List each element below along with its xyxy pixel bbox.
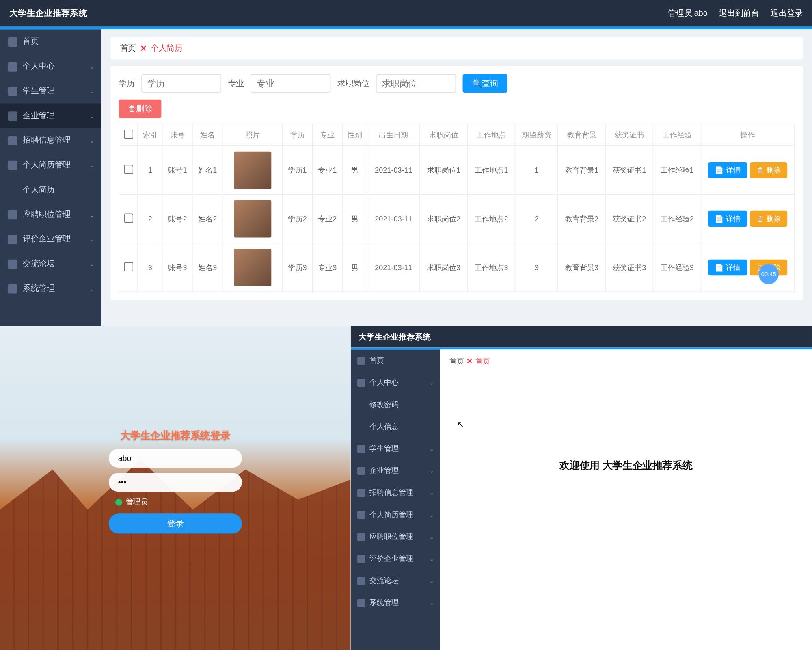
resume-table: 索引账号姓名照片学历专业性别出生日期求职岗位工作地点期望薪资教育背景获奖证书工作… — [119, 124, 795, 292]
table-cell — [222, 195, 283, 243]
search-input-job[interactable] — [376, 74, 456, 93]
table-cell: 男 — [342, 146, 367, 195]
table-cell: 姓名3 — [192, 243, 222, 292]
sidebar-item-label: 个人信息 — [369, 422, 399, 432]
login-title: 大学生企业推荐系统登录 — [109, 430, 242, 442]
table-cell: 📄 详情🗑 删除 — [701, 146, 795, 195]
logout-link[interactable]: 退出登录 — [771, 9, 803, 18]
menu-icon — [357, 357, 365, 365]
chevron-down-icon: ⌄ — [429, 555, 434, 562]
sidebar-item-resume-mgmt[interactable]: 个人简历管理⌄ — [0, 153, 102, 178]
p3-sidebar-item[interactable]: 企业管理⌄ — [351, 459, 440, 481]
search-input-major[interactable] — [251, 74, 330, 93]
sidebar-item-label: 应聘职位管理 — [23, 209, 71, 220]
table-cell: 学历2 — [283, 195, 313, 243]
close-tab-icon[interactable]: ✕ — [140, 44, 147, 53]
chevron-down-icon: ⌄ — [429, 533, 434, 540]
chevron-down-icon: ⌄ — [429, 379, 434, 386]
search-label-major: 专业 — [228, 78, 244, 89]
p3-sidebar-item[interactable]: 首页 — [351, 349, 440, 371]
menu-icon — [357, 511, 365, 519]
sidebar-item-label: 学生管理 — [23, 85, 55, 97]
table-cell: 学历1 — [283, 146, 313, 195]
table-header: 获奖证书 — [606, 124, 653, 146]
sidebar-item-personal[interactable]: 个人中心⌄ — [0, 54, 102, 79]
p3-sidebar-item[interactable]: 交流论坛⌄ — [351, 570, 440, 592]
table-header: 工作地点 — [468, 124, 515, 146]
table-cell: 3 — [138, 243, 163, 292]
table-cell — [119, 243, 138, 292]
select-all-checkbox[interactable] — [124, 130, 133, 139]
sidebar-item-recruit[interactable]: 招聘信息管理⌄ — [0, 128, 102, 153]
row-checkbox[interactable] — [124, 165, 133, 174]
table-cell: 专业3 — [312, 243, 342, 292]
exit-front-link[interactable]: 退出到前台 — [719, 9, 759, 18]
table-header: 照片 — [222, 124, 283, 146]
p3-sidebar-item[interactable]: 招聘信息管理⌄ — [351, 482, 440, 504]
p3-sidebar-item[interactable]: 修改密码 — [351, 394, 440, 416]
menu-icon — [357, 379, 365, 387]
batch-delete-label: 删除 — [136, 103, 152, 115]
p3-sidebar-item[interactable]: 个人简历管理⌄ — [351, 504, 440, 526]
detail-button[interactable]: 📄 详情 — [708, 260, 747, 275]
sidebar-item-company[interactable]: 企业管理⌄ — [0, 104, 102, 128]
login-button[interactable]: 登录 — [109, 514, 242, 534]
p3-main: 首页 ✕ 首页 欢迎使用 大学生企业推荐系统 ↖ — [440, 349, 812, 650]
row-delete-button[interactable]: 🗑 删除 — [750, 162, 787, 178]
admin-link[interactable]: 管理员 abo — [668, 9, 707, 18]
clipboard-icon — [8, 210, 17, 219]
table-cell: 账号1 — [163, 146, 193, 195]
sidebar-item-label: 个人简历 — [23, 184, 55, 195]
sidebar-item-label: 评价企业管理 — [369, 554, 413, 564]
app-title: 大学生企业推荐系统 — [9, 7, 659, 20]
table-cell: 📄 详情🗑 删除 — [701, 195, 795, 243]
table-cell: 工作经验3 — [653, 243, 701, 292]
password-field[interactable] — [109, 473, 242, 492]
search-input-edu[interactable] — [141, 74, 221, 93]
close-tab-icon[interactable]: ✕ — [466, 357, 473, 365]
sidebar-item-label: 修改密码 — [369, 400, 399, 410]
detail-button[interactable]: 📄 详情 — [708, 211, 747, 227]
sidebar-item-label: 招聘信息管理 — [23, 135, 71, 146]
sidebar-item-resume[interactable]: 个人简历 — [0, 178, 102, 202]
table-cell: 2021-03-11 — [367, 195, 420, 243]
content-card: 学历 专业 求职岗位 🔍 查询 🗑 删除 索引账号姓名照片学历专业性别出生日期求… — [111, 66, 803, 300]
sidebar-item-forum[interactable]: 交流论坛⌄ — [0, 251, 102, 276]
table-header: 期望薪资 — [515, 124, 558, 146]
sidebar-item-apply[interactable]: 应聘职位管理⌄ — [0, 202, 102, 227]
table-row: 3账号3姓名3学历3专业3男2021-03-11求职岗位3工作地点33教育背景3… — [119, 243, 794, 292]
table-header: 账号 — [163, 124, 193, 146]
sidebar-item-student[interactable]: 学生管理⌄ — [0, 79, 102, 104]
table-header: 操作 — [701, 124, 795, 146]
photo-thumbnail — [234, 249, 271, 286]
p3-sidebar-item[interactable]: 学生管理⌄ — [351, 438, 440, 459]
table-header: 专业 — [312, 124, 342, 146]
table-cell: 教育背景2 — [558, 195, 605, 243]
p3-sidebar-item[interactable]: 评价企业管理⌄ — [351, 548, 440, 570]
p3-sidebar-item[interactable]: 个人信息 — [351, 416, 440, 438]
table-row: 2账号2姓名2学历2专业2男2021-03-11求职岗位2工作地点22教育背景2… — [119, 195, 794, 243]
breadcrumb-home[interactable]: 首页 — [120, 43, 136, 54]
p3-bc-home[interactable]: 首页 — [449, 356, 464, 366]
p3-sidebar-item[interactable]: 个人中心⌄ — [351, 372, 440, 394]
row-checkbox[interactable] — [124, 262, 133, 271]
row-delete-button[interactable]: 🗑 删除 — [750, 211, 787, 227]
table-cell: 学历3 — [283, 243, 313, 292]
sidebar-item-system[interactable]: 系统管理⌄ — [0, 276, 102, 301]
sidebar-item-home[interactable]: 首页 — [0, 29, 102, 54]
p3-sidebar-item[interactable]: 系统管理⌄ — [351, 592, 440, 613]
row-checkbox[interactable] — [124, 213, 133, 223]
main-content: 首页 ✕ 个人简历 学历 专业 求职岗位 🔍 查询 🗑 — [102, 29, 812, 326]
table-cell: 2021-03-11 — [367, 243, 420, 292]
p3-sidebar-item[interactable]: 应聘职位管理⌄ — [351, 526, 440, 548]
menu-icon — [357, 533, 365, 541]
role-option[interactable]: 管理员 — [109, 497, 242, 507]
query-button[interactable]: 🔍 查询 — [463, 74, 508, 93]
detail-button[interactable]: 📄 详情 — [708, 162, 747, 178]
username-field[interactable] — [109, 449, 242, 468]
sidebar-item-label: 系统管理 — [369, 598, 399, 608]
admin-panel: 大学生企业推荐系统 管理员 abo 退出到前台 退出登录 首页 个人中心⌄ 学生… — [0, 0, 812, 326]
batch-delete-button[interactable]: 🗑 删除 — [119, 100, 161, 118]
sidebar-item-label: 个人简历管理 — [369, 509, 413, 520]
sidebar-item-review[interactable]: 评价企业管理⌄ — [0, 227, 102, 251]
